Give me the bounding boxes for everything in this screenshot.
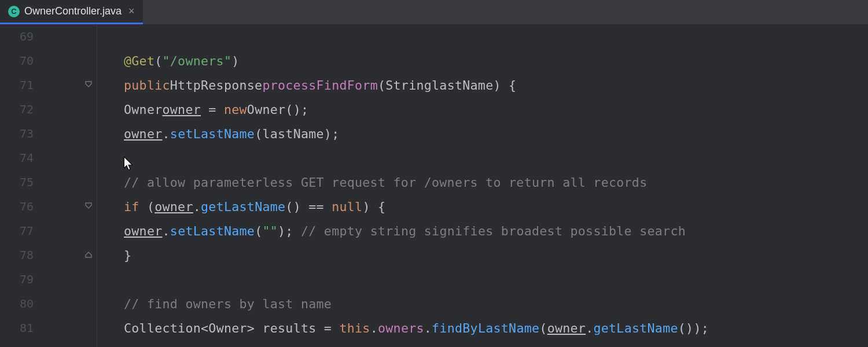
editor-tab-bar: C OwnerController.java × (0, 0, 868, 24)
class-file-icon: C (8, 6, 20, 17)
line-number: 81 (0, 321, 34, 335)
editor-area: 69 70 71 72 73 74 75 76 77 78 79 (0, 24, 868, 347)
line-number: 76 (0, 200, 34, 213)
line-number: 75 (0, 175, 34, 189)
fold-toggle-icon[interactable] (46, 241, 92, 269)
fold-toggle-icon[interactable] (46, 193, 92, 220)
line-number: 74 (0, 151, 34, 165)
line-number: 72 (0, 102, 34, 116)
line-number: 71 (0, 78, 34, 92)
code-content[interactable]: @Get("/owners") public HttpResponse proc… (97, 24, 868, 347)
line-number: 69 (0, 29, 34, 43)
line-number: 73 (0, 127, 34, 141)
line-number: 78 (0, 248, 34, 262)
line-number: 70 (0, 54, 34, 68)
line-number: 77 (0, 224, 34, 238)
gutter: 69 70 71 72 73 74 75 76 77 78 79 (0, 24, 97, 347)
file-tab[interactable]: C OwnerController.java × (0, 0, 143, 24)
close-tab-icon[interactable]: × (128, 5, 135, 17)
line-number: 80 (0, 297, 34, 311)
tab-filename: OwnerController.java (24, 5, 122, 17)
fold-toggle-icon[interactable] (46, 71, 92, 99)
line-number: 79 (0, 272, 34, 286)
